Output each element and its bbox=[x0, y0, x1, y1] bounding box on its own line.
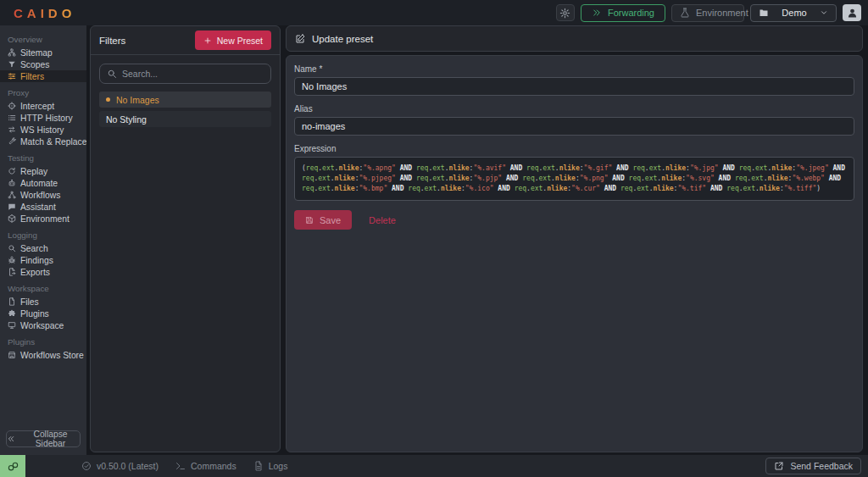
preset-item-no-styling[interactable]: No Styling bbox=[99, 111, 271, 127]
name-label: Name * bbox=[294, 64, 854, 74]
preset-item-no-images[interactable]: No Images bbox=[99, 92, 271, 108]
sidebar-item-scopes[interactable]: Scopes bbox=[0, 58, 86, 70]
chevron-down-icon bbox=[820, 8, 828, 17]
filters-panel: Filters New Preset No ImagesNo Styling bbox=[90, 25, 281, 452]
magnifier-icon bbox=[8, 244, 16, 252]
update-preset-form: Name * Alias Expression (req.ext.nlike:"… bbox=[286, 55, 863, 452]
filters-panel-title: Filters bbox=[99, 36, 125, 46]
environment-dropdown[interactable]: Environment bbox=[671, 4, 744, 22]
commands-button[interactable]: Commands bbox=[175, 461, 236, 471]
delete-button[interactable]: Delete bbox=[369, 215, 396, 225]
sidebar-item-files[interactable]: Files bbox=[0, 296, 86, 308]
funnel-icon bbox=[8, 60, 16, 69]
logs-button[interactable]: Logs bbox=[253, 461, 288, 471]
robot-icon bbox=[8, 179, 16, 187]
sidebar-item-label: Intercept bbox=[20, 102, 54, 111]
sidebar-item-label: Filters bbox=[20, 72, 44, 81]
project-dropdown[interactable]: Demo bbox=[750, 4, 837, 22]
connection-button[interactable] bbox=[0, 455, 25, 477]
sidebar-item-label: HTTP History bbox=[20, 114, 73, 123]
sidebar-item-label: WS History bbox=[20, 125, 64, 135]
chat-icon bbox=[8, 202, 16, 211]
fast-forward-icon bbox=[592, 8, 602, 18]
sidebar-item-search[interactable]: Search bbox=[0, 242, 86, 254]
collapse-sidebar-label: Collapse Sidebar bbox=[21, 430, 80, 448]
save-label: Save bbox=[320, 215, 341, 225]
sidebar-item-filters[interactable]: Filters bbox=[0, 70, 86, 82]
collapse-sidebar-button[interactable]: Collapse Sidebar bbox=[6, 430, 81, 447]
forwarding-button[interactable]: Forwarding bbox=[581, 4, 665, 22]
bug-icon bbox=[8, 256, 16, 264]
chevrons-left-icon bbox=[7, 435, 15, 443]
sidebar-item-workflows[interactable]: Workflows bbox=[0, 189, 86, 201]
sidebar-item-workflows-store[interactable]: Workflows Store bbox=[0, 349, 86, 361]
name-field[interactable] bbox=[294, 77, 854, 96]
preset-item-label: No Styling bbox=[106, 114, 147, 125]
refresh-icon bbox=[8, 167, 16, 175]
account-button[interactable] bbox=[843, 4, 861, 21]
sidebar: OverviewSitemapScopesFiltersProxyInterce… bbox=[0, 25, 86, 455]
sidebar-item-assistant[interactable]: Assistant bbox=[0, 201, 86, 213]
sidebar-item-label: Assistant bbox=[20, 202, 56, 212]
sidebar-item-plugins[interactable]: Plugins bbox=[0, 308, 86, 319]
sidebar-section-logging: Logging bbox=[0, 225, 86, 242]
sidebar-section-overview: Overview bbox=[0, 29, 86, 47]
sidebar-item-sitemap[interactable]: Sitemap bbox=[0, 47, 86, 58]
save-icon bbox=[305, 216, 314, 225]
sidebar-item-findings[interactable]: Findings bbox=[0, 254, 86, 266]
logs-label: Logs bbox=[269, 461, 288, 471]
swap-icon bbox=[8, 125, 16, 134]
alias-field[interactable] bbox=[294, 117, 854, 136]
sidebar-section-plugins: Plugins bbox=[0, 331, 86, 349]
sidebar-item-label: Sitemap bbox=[20, 48, 53, 58]
new-preset-button[interactable]: New Preset bbox=[195, 31, 271, 50]
alias-label: Alias bbox=[294, 104, 854, 114]
update-preset-header: Update preset bbox=[286, 25, 863, 52]
store-icon bbox=[8, 351, 16, 359]
save-button[interactable]: Save bbox=[294, 210, 352, 230]
sidebar-item-workspace[interactable]: Workspace bbox=[0, 319, 86, 331]
send-feedback-label: Send Feedback bbox=[790, 461, 853, 471]
puzzle-icon bbox=[8, 309, 16, 318]
preset-search-input[interactable] bbox=[122, 69, 264, 79]
forwarding-label: Forwarding bbox=[608, 8, 654, 18]
sidebar-item-exports[interactable]: Exports bbox=[0, 266, 86, 278]
preset-search[interactable] bbox=[99, 64, 271, 84]
sidebar-item-http-history[interactable]: HTTP History bbox=[0, 112, 86, 124]
sidebar-item-ws-history[interactable]: WS History bbox=[0, 124, 86, 136]
topbar-actions: Forwarding Environment Demo bbox=[556, 4, 861, 22]
sidebar-item-intercept[interactable]: Intercept bbox=[0, 100, 86, 112]
sidebar-item-label: Automate bbox=[20, 179, 58, 188]
new-preset-label: New Preset bbox=[217, 36, 263, 46]
sidebar-item-label: Workflows bbox=[20, 191, 60, 200]
sidebar-section-workspace: Workspace bbox=[0, 278, 86, 296]
proxy-settings-button[interactable] bbox=[556, 4, 575, 21]
plus-icon bbox=[203, 36, 212, 45]
send-feedback-button[interactable]: Send Feedback bbox=[765, 458, 861, 474]
sidebar-item-replay[interactable]: Replay bbox=[0, 165, 86, 177]
selected-dot-icon bbox=[106, 97, 110, 102]
sidebar-item-match-replace[interactable]: Match & Replace bbox=[0, 136, 86, 147]
list-icon bbox=[8, 114, 16, 122]
expression-editor[interactable]: (req.ext.nlike:"%.apng" AND req.ext.nlik… bbox=[294, 157, 854, 201]
nodes-icon bbox=[8, 191, 16, 199]
edit-icon bbox=[295, 34, 305, 44]
topbar: CAIDO Forwarding Environment Demo bbox=[0, 0, 868, 25]
preset-item-label: No Images bbox=[116, 95, 159, 105]
main-area: OverviewSitemapScopesFiltersProxyInterce… bbox=[0, 25, 868, 455]
export-icon bbox=[8, 268, 16, 276]
version-label: v0.50.0 (Latest) bbox=[97, 461, 159, 471]
wrench-icon bbox=[8, 137, 16, 146]
check-circle-icon bbox=[81, 461, 92, 471]
user-icon bbox=[847, 8, 858, 19]
environment-dropdown-label: Environment bbox=[696, 8, 748, 18]
sidebar-item-label: Search bbox=[20, 244, 48, 253]
preset-list: No ImagesNo Styling bbox=[91, 92, 280, 130]
sidebar-item-label: Exports bbox=[20, 268, 50, 277]
file-icon bbox=[8, 297, 16, 306]
project-dropdown-label: Demo bbox=[775, 8, 814, 18]
sliders-icon bbox=[8, 72, 16, 80]
sidebar-item-label: Environment bbox=[20, 214, 70, 224]
sidebar-item-environment[interactable]: Environment bbox=[0, 213, 86, 225]
sidebar-item-automate[interactable]: Automate bbox=[0, 177, 86, 189]
